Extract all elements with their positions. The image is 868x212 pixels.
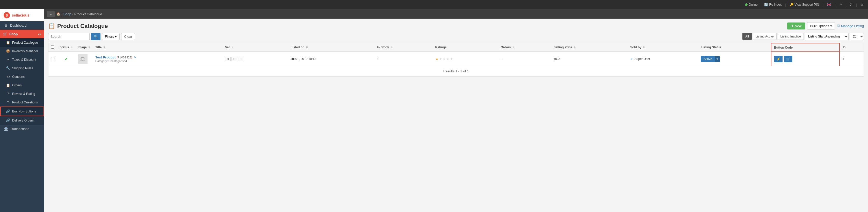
- search-button[interactable]: 🔍: [91, 33, 100, 40]
- sidebar-label-coupons: Coupons: [12, 75, 25, 79]
- sidebar-label-dashboard: Dashboard: [10, 24, 27, 27]
- joomla-icon: J!: [850, 3, 852, 6]
- sidebar-label-taxes-discount: Taxes & Discount: [12, 58, 36, 62]
- sidebar-label-review-rating: Review & Rating: [12, 92, 35, 96]
- sidebar-item-product-catalogue[interactable]: 📋 Product Catalogue: [0, 38, 44, 47]
- table-row: ✔ 🖼 Test Product (: [49, 52, 864, 66]
- product-thumbnail: 🖼: [78, 54, 88, 64]
- col-sold-by[interactable]: Sold by ⇅: [628, 43, 699, 52]
- sidebar: S sellacious ⊞ Dashboard 🛒 Shop ▭ 📋 Prod…: [0, 9, 44, 212]
- breadcrumb-shop[interactable]: Shop: [63, 12, 71, 16]
- listing-status-dropdown: Active ▾: [701, 56, 768, 62]
- button-code-cart[interactable]: 🛒: [784, 56, 793, 62]
- col-in-stock[interactable]: In Stock ⇅: [374, 43, 433, 52]
- sold-by-check-icon: ✔: [630, 57, 633, 61]
- settings-button[interactable]: ⚙: [859, 2, 865, 7]
- product-catalogue-icon: 📋: [6, 41, 10, 44]
- external-link-icon: ↗: [839, 3, 842, 6]
- review-icon: ?: [6, 92, 10, 96]
- sidebar-label-product-catalogue: Product Catalogue: [12, 41, 38, 44]
- row-in-stock-cell: 1: [374, 52, 433, 66]
- sidebar-item-delivery-orders[interactable]: 🔗 Delivery Orders: [0, 116, 44, 125]
- sidebar-label-shipping-rules: Shipping Rules: [12, 66, 33, 70]
- divider4: |: [835, 3, 835, 7]
- image-placeholder-icon: 🖼: [80, 56, 85, 62]
- per-page-select[interactable]: 5 10 20 50 100: [849, 33, 864, 40]
- new-button[interactable]: ✚ New: [787, 23, 805, 30]
- product-id: 1: [842, 57, 844, 61]
- sort-select[interactable]: Listing Start Ascending Listing Start De…: [805, 33, 848, 40]
- buy-now-icon: 🔗: [6, 109, 10, 113]
- page-title-icon: 📋: [48, 23, 55, 30]
- col-status[interactable]: Status ⇅: [57, 43, 75, 52]
- sidebar-item-shop[interactable]: 🛒 Shop ▭: [0, 30, 44, 38]
- listing-status-caret[interactable]: ▾: [715, 56, 720, 62]
- button-code-flash[interactable]: ⚡: [774, 56, 782, 62]
- secondary-nav: ← 🏠 / Shop / Product Catalogue: [44, 9, 868, 19]
- sidebar-item-coupons[interactable]: 🏷 Coupons: [0, 72, 44, 81]
- edit-product-icon[interactable]: ✎: [134, 56, 136, 59]
- breadcrumb-current: Product Catalogue: [74, 12, 102, 16]
- sidebar-label-shop: Shop: [9, 32, 18, 36]
- bulk-options-button[interactable]: Bulk Options ▾: [807, 22, 835, 30]
- col-ratings[interactable]: Ratings: [433, 43, 498, 52]
- col-checkbox: [49, 43, 57, 52]
- page-title-text: Product Catalogue: [57, 23, 108, 30]
- logo-text: sellacious: [12, 13, 30, 17]
- reindex-button[interactable]: 🔄 Re-index: [763, 2, 783, 7]
- row-ratings-cell: ★★★★★: [433, 52, 498, 66]
- product-title-link[interactable]: Test Product: [95, 55, 117, 59]
- sidebar-item-shipping-rules[interactable]: 🔧 Shipping Rules: [0, 64, 44, 72]
- divider2: |: [785, 3, 786, 7]
- clear-label: Clear: [124, 35, 132, 38]
- col-image[interactable]: Image ⇅: [75, 43, 93, 52]
- tab-listing-active-label: Listing Active: [755, 35, 774, 38]
- row-title-cell: Test Product (P1V0S323) ✎ Category: Unca…: [93, 52, 222, 66]
- filters-caret-icon: ▾: [115, 35, 117, 38]
- sidebar-item-product-questions[interactable]: ? Product Questions: [0, 98, 44, 107]
- row-var-cell: H B F: [222, 52, 288, 66]
- sidebar-item-review-rating[interactable]: ? Review & Rating: [0, 90, 44, 98]
- checkbox-icon: ☑: [837, 24, 840, 28]
- tab-listing-active[interactable]: Listing Active: [753, 33, 777, 40]
- flag-button[interactable]: 🇬🇧: [826, 2, 833, 7]
- col-title[interactable]: Title ⇅: [93, 43, 222, 52]
- col-var[interactable]: Var ⇅: [222, 43, 288, 52]
- sidebar-item-taxes-discount[interactable]: ✂ Taxes & Discount: [0, 55, 44, 64]
- col-listing-status[interactable]: Listing Status: [698, 43, 771, 52]
- manage-listing-button[interactable]: ☑ Manage Listing: [837, 23, 864, 30]
- sidebar-item-inventory-manager[interactable]: 📦 Inventory Manager: [0, 47, 44, 55]
- sold-by-value: Super User: [634, 57, 650, 61]
- sidebar-item-transactions[interactable]: 🏦 Transactions: [0, 125, 44, 133]
- sidebar-item-buy-now-buttons[interactable]: 🔗 Buy Now Buttons: [0, 107, 44, 116]
- support-pin-button[interactable]: 🔑 View Support PIN: [788, 2, 821, 7]
- var-sort-icon: ⇅: [231, 46, 233, 49]
- joomla-button[interactable]: J!: [848, 2, 854, 7]
- tab-listing-inactive[interactable]: Listing Inactive: [778, 33, 804, 40]
- taxes-icon: ✂: [6, 58, 10, 62]
- listed-sort-icon: ⇅: [306, 46, 308, 49]
- divider3: |: [823, 3, 824, 7]
- col-orders[interactable]: Orders ⇅: [498, 43, 551, 52]
- svg-text:S: S: [6, 13, 8, 17]
- col-id[interactable]: ID: [839, 43, 864, 52]
- sidebar-item-dashboard[interactable]: ⊞ Dashboard: [0, 21, 44, 30]
- settings-icon: ⚙: [861, 3, 863, 6]
- row-listing-status-cell: Active ▾: [698, 52, 771, 66]
- row-checkbox[interactable]: [51, 57, 54, 60]
- external-link-button[interactable]: ↗: [838, 2, 843, 7]
- soldby-sort-icon: ⇅: [643, 46, 645, 49]
- search-input[interactable]: [48, 33, 90, 40]
- select-all-checkbox[interactable]: [51, 45, 54, 48]
- back-button[interactable]: ←: [47, 11, 55, 17]
- filters-button[interactable]: Filters ▾: [102, 33, 120, 40]
- sidebar-item-orders[interactable]: 📋 Orders: [0, 81, 44, 90]
- col-selling-price[interactable]: Selling Price ⇅: [551, 43, 628, 52]
- shipping-icon: 🔧: [6, 66, 10, 70]
- divider5: |: [845, 3, 846, 7]
- col-listed-on[interactable]: Listed on ⇅: [288, 43, 374, 52]
- key-icon: 🔑: [790, 3, 794, 6]
- clear-button[interactable]: Clear: [121, 33, 135, 40]
- tab-all[interactable]: All: [742, 33, 751, 40]
- var-badges: H B F: [225, 57, 285, 61]
